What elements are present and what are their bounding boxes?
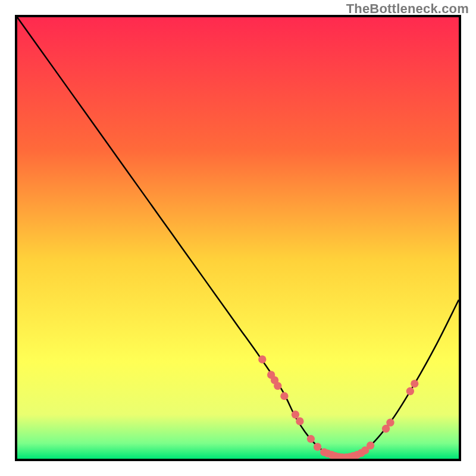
data-dot <box>280 392 288 400</box>
data-dot <box>367 441 374 449</box>
data-dot <box>307 435 315 443</box>
chart-frame: TheBottleneck.com <box>0 0 476 476</box>
data-dots <box>17 17 459 459</box>
data-dot <box>274 382 281 390</box>
data-dot <box>406 387 414 395</box>
plot-area <box>17 17 459 459</box>
data-dot <box>314 443 321 450</box>
data-dot <box>296 417 303 425</box>
data-dot <box>292 411 299 418</box>
data-dot <box>411 380 418 387</box>
plot-border <box>15 15 461 461</box>
data-dot <box>386 418 394 426</box>
data-dot <box>258 355 266 363</box>
watermark-text: TheBottleneck.com <box>346 1 469 17</box>
